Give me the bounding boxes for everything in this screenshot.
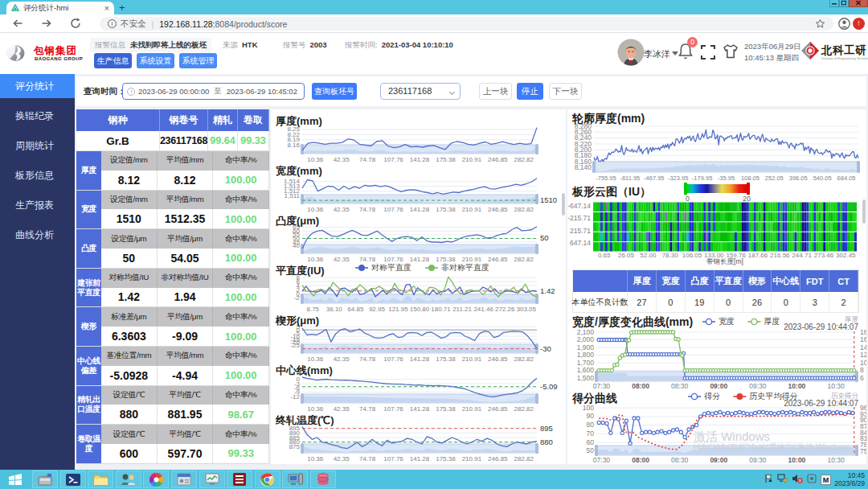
taskbar-app-red-app[interactable] (227, 471, 252, 488)
svg-text:16: 16 (860, 335, 866, 343)
chart-title-wt: 宽度/厚度变化曲线(mm) (572, 315, 693, 330)
score-section-6: 精轧出口温度设定值/℃平均值/℃命中率/%880881.9598.67 (76, 386, 269, 425)
sidebar-item-4[interactable]: 生产报表 (0, 191, 75, 220)
score-sub-cell: 对称均值/IU (101, 269, 158, 288)
reload-icon[interactable] (69, 17, 82, 30)
taskbar-app-control-panel[interactable] (171, 471, 197, 488)
stop-button[interactable]: 停止 (517, 83, 543, 100)
svg-text:0: 0 (686, 195, 690, 203)
sidebar-item-1[interactable]: 换辊纪录 (0, 101, 75, 131)
mid-scrollbar[interactable] (562, 193, 565, 216)
svg-text:-755.95: -755.95 (596, 175, 616, 182)
query-time-range-input[interactable]: 2023-06-29 00:00:00 至 2023-06-29 10:45:0… (122, 83, 305, 100)
new-tab-button[interactable]: + (119, 3, 125, 13)
svg-text:60: 60 (587, 438, 595, 446)
coil-select[interactable]: 236117168 (380, 83, 461, 100)
svg-text:210.91: 210.91 (462, 355, 482, 363)
svg-text:141.28: 141.28 (410, 206, 430, 213)
score-val-cell: 880 (101, 405, 158, 424)
user-name[interactable]: 李冰洋 (644, 48, 670, 60)
defect-value-cell: 3 (800, 292, 829, 312)
score-sub-cell: 命中率/% (213, 229, 269, 249)
svg-text:141.28: 141.28 (410, 156, 430, 163)
score-section-3: 建张前平直度对称均值/IU非对称均值/IU命中率/%1.421.94100.00 (76, 269, 269, 308)
score-section-2: 凸度设定值/μm平均值/μm命中率/%5054.05100.00 (76, 229, 269, 269)
score-section-values: -5.0928-4.94100.00 (101, 366, 269, 385)
taskbar-app-server-manager[interactable] (32, 471, 58, 488)
taskbar-app-people[interactable] (116, 471, 141, 488)
browser-update-icon[interactable]: ↑ (853, 18, 865, 30)
info-icon[interactable]: i (108, 19, 117, 28)
score-sub-cell: 基准位置/mm (101, 347, 158, 366)
score-section-category: 建张前平直度 (76, 269, 101, 307)
score-sub-cell: 设定值/℃ (101, 425, 158, 444)
theme-shirt-icon[interactable] (722, 43, 739, 60)
bookmark-star-icon[interactable] (815, 18, 825, 29)
avatar[interactable] (617, 39, 645, 66)
sidebar-item-0[interactable]: 评分统计 (0, 74, 75, 98)
svg-text:1,800: 1,800 (577, 351, 595, 359)
next-coil-button[interactable]: 下一块 (549, 83, 582, 100)
taskbar-app-powershell[interactable] (60, 471, 86, 488)
nav-button-2[interactable]: 系统管理 (179, 53, 217, 68)
search-slab-button[interactable]: 查询板坯号 (312, 83, 357, 100)
right-scrollbar[interactable] (862, 199, 866, 224)
chart-title-zhongxin: 中心线(mm) (276, 364, 333, 378)
defect-value-cell: 19 (686, 292, 714, 312)
svg-text:282.82: 282.82 (514, 156, 534, 163)
prev-coil-button[interactable]: 上一块 (479, 83, 512, 100)
fullscreen-icon[interactable] (700, 44, 716, 60)
svg-text:150.80: 150.80 (410, 306, 430, 313)
taskbar-app-database[interactable] (310, 471, 336, 488)
back-icon[interactable] (11, 17, 24, 30)
score-section-5: 中心线偏差基准位置/mm平均值/mm命中率/%-5.0928-4.94100.0… (76, 347, 269, 386)
svg-text:246.85: 246.85 (488, 206, 508, 213)
svg-text:10.36: 10.36 (307, 405, 324, 413)
window-minimize-button[interactable] (829, 0, 839, 7)
tray-speaker-muted-icon[interactable] (792, 472, 803, 487)
svg-text:210.91: 210.91 (462, 455, 482, 462)
nav-button-1[interactable]: 系统设置 (137, 53, 174, 68)
chart-wenzha: 终轧温度(℃)87588088589089510.3642.3574.78107… (271, 413, 566, 463)
tab-close-icon[interactable]: × (104, 4, 109, 12)
svg-text:-25: -25 (290, 342, 300, 349)
forward-icon[interactable] (40, 17, 53, 30)
svg-text:246.85: 246.85 (488, 156, 508, 163)
score-table-values: Gr.B23611716899.6499.33 (76, 131, 269, 151)
profile-icon[interactable] (838, 18, 850, 30)
svg-text:42.35: 42.35 (334, 405, 350, 413)
sidebar-item-2[interactable]: 周期统计 (0, 131, 75, 161)
svg-text:272.26: 272.26 (495, 306, 515, 313)
score-val-cell: 100.00 (213, 249, 269, 268)
svg-text:175.38: 175.38 (436, 405, 456, 413)
tray-network-icon[interactable] (777, 472, 788, 487)
nav-button-0[interactable]: 生产信息 (94, 53, 132, 68)
taskbar-app-chrome[interactable] (255, 471, 280, 488)
taskbar-clock[interactable]: 10:452023/6/29 (834, 471, 865, 487)
taskbar-app-pinwheel[interactable] (143, 471, 169, 488)
svg-text:宽度: 宽度 (719, 317, 735, 326)
window-close-button[interactable] (849, 0, 868, 7)
tray-ime-icon[interactable]: M (821, 475, 831, 485)
start-button[interactable] (0, 470, 30, 489)
svg-text:-5.09: -5.09 (540, 382, 558, 391)
svg-text:-467.95: -467.95 (644, 175, 664, 182)
score-val-cell: 100.00 (213, 209, 269, 228)
chart-title-score: 得分曲线 (572, 392, 617, 406)
tray-flag-icon[interactable] (764, 472, 773, 487)
query-time-from[interactable]: 2023-06-29 00:00:00 (138, 87, 209, 96)
browser-tab[interactable]: 评分统计-hmi × (6, 2, 114, 14)
taskbar-app-monitor-chart[interactable] (199, 471, 225, 488)
taskbar-app-file-explorer[interactable] (88, 471, 113, 488)
chart-zhongxin: 中心线(mm)0-3-6-9-1210.3642.3574.78107.7614… (271, 363, 566, 413)
taskbar-app-computer[interactable] (282, 471, 308, 488)
alarm-value: 未找到即将上线的板坯 (130, 40, 207, 51)
sidebar-item-3[interactable]: 板形信息 (0, 161, 75, 191)
window-maximize-button[interactable] (839, 0, 849, 7)
tray-touch-icon[interactable] (807, 472, 817, 487)
sidebar-item-5[interactable]: 曲线分析 (0, 220, 75, 250)
address-bar[interactable]: i 不安全 | 192.168.11.28:8084/product/score (100, 17, 833, 31)
query-time-to[interactable]: 2023-06-29 10:45:02 (227, 87, 297, 96)
svg-text:80: 80 (587, 421, 595, 429)
svg-text:684.05: 684.05 (837, 175, 856, 182)
